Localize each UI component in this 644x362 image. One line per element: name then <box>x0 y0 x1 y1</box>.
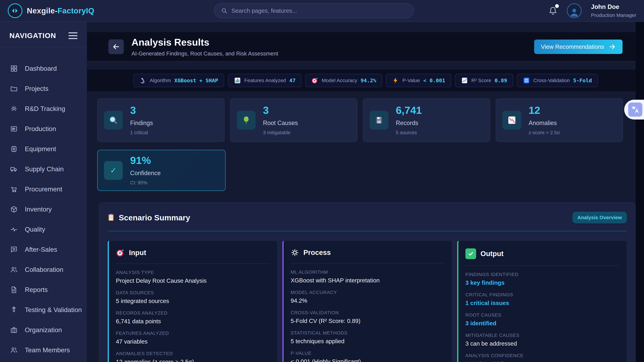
search-icon <box>221 7 228 14</box>
spark-icon <box>10 105 18 113</box>
field-label: ANALYSIS CONFIDENCE <box>466 353 620 358</box>
field-value: 3 key findings <box>466 279 620 286</box>
list-panel-icon <box>10 125 18 133</box>
sidebar-item-dashboard[interactable]: Dashboard <box>0 58 87 79</box>
page-subtitle: AI-Generated Findings, Root Causes, and … <box>132 50 278 57</box>
analysis-overview-badge[interactable]: Analysis Overview <box>572 212 627 223</box>
tree-icon <box>237 111 256 130</box>
field-value: 5 techniques applied <box>291 338 445 345</box>
sidebar-item-organization[interactable]: Organization <box>0 320 87 340</box>
sidebar-item-after-sales[interactable]: After-Sales <box>0 240 87 260</box>
stat-chip-r2: R² Score 0.89 <box>455 74 513 87</box>
field-label: MITIGATABLE CAUSES <box>466 333 620 338</box>
view-recommendations-button[interactable]: View Recommendations <box>534 39 622 54</box>
folder-icon <box>10 85 18 92</box>
chart-up-icon <box>461 77 468 84</box>
clipboard-icon <box>108 214 114 221</box>
brand: Nexgile-FactoryIQ <box>8 3 108 18</box>
field-value: 94.2% <box>291 297 445 304</box>
metric-card-findings: 3 Findings 1 critical <box>97 98 224 142</box>
translate-icon <box>628 103 642 117</box>
notifications-button[interactable] <box>548 6 558 15</box>
sidebar-item-reports[interactable]: Reports <box>0 280 87 300</box>
field-label: FINDINGS IDENTIFIED <box>466 272 620 277</box>
scrollbar-track[interactable] <box>636 22 644 362</box>
field-label: CROSS-VALIDATION <box>291 310 445 316</box>
cpu-icon <box>10 145 18 153</box>
avatar[interactable] <box>567 3 582 18</box>
floppy-disk-icon <box>370 111 388 130</box>
user-role: Production Manager <box>591 12 636 18</box>
field-value: 3 can be addressed <box>466 340 620 347</box>
field-label: P-VALUE <box>291 351 445 356</box>
search-input[interactable]: Search pages, features... <box>214 3 414 18</box>
field-value: 5 integrated sources <box>116 298 270 304</box>
metric-card-confidence: ✓ 91% Confidence CI: 95% <box>97 150 226 191</box>
field-label: ROOT CAUSES <box>466 312 620 318</box>
sidebar-item-quality[interactable]: Quality <box>0 219 87 240</box>
field-label: MODEL ACCURACY <box>291 290 445 295</box>
stat-chip-accuracy: Model Accuracy 94.2% <box>305 74 382 87</box>
field-value: XGBoost with SHAP interpretation <box>291 277 445 284</box>
gear-icon <box>291 248 299 257</box>
field-value: 5-Fold CV (R² Score: 0.89) <box>291 318 445 324</box>
pulse-icon <box>10 226 18 233</box>
hamburger-menu-icon[interactable] <box>68 32 78 39</box>
translate-widget-button[interactable] <box>624 100 644 119</box>
arrow-left-icon <box>112 43 120 51</box>
cart-icon <box>10 185 18 193</box>
sidebar: NAVIGATION Dashboard Projects R&D Tracki… <box>0 22 87 362</box>
field-label: RECORDS ANALYZED <box>116 310 270 316</box>
search-placeholder: Search pages, features... <box>232 7 297 14</box>
metric-cards: 3 Findings 1 critical 3 Root Causes 3 mi… <box>97 98 623 142</box>
field-value: < 0.001 (Highly Significant) <box>291 358 445 362</box>
field-value: 3 identified <box>466 320 620 327</box>
metric-card-anomalies: 12 Anomalies z-score > 2.5σ <box>496 98 623 142</box>
brand-name: Nexgile-FactoryIQ <box>27 6 94 15</box>
sidebar-item-rd-tracking[interactable]: R&D Tracking <box>0 99 87 119</box>
field-label: ANALYSIS TYPE <box>116 270 270 275</box>
bar-chart-icon <box>234 77 241 84</box>
stat-chip-pvalue: P-Value < 0.001 <box>386 74 451 87</box>
field-value: 12 anomalies (z-score > 2.5σ) <box>116 359 270 362</box>
sidebar-item-equipment[interactable]: Equipment <box>0 139 87 159</box>
sidebar-item-supply-chain[interactable]: Supply Chain <box>0 159 87 179</box>
field-label: ANOMALIES DETECTED <box>116 351 270 356</box>
truck-icon <box>10 165 18 173</box>
field-value: 1 critical issues <box>466 300 620 306</box>
model-stats-strip: Algorithm XGBoost + SHAP Features Analyz… <box>87 69 644 91</box>
test-tube-icon <box>10 306 18 314</box>
sidebar-item-procurement[interactable]: Procurement <box>0 179 87 199</box>
back-button[interactable] <box>108 39 124 54</box>
sidebar-item-production[interactable]: Production <box>0 119 87 139</box>
field-value: 91% (CI: 95%) <box>466 361 620 362</box>
grid-icon <box>10 65 18 72</box>
sidebar-item-inventory[interactable]: Inventory <box>0 199 87 219</box>
stat-chip-algorithm: Algorithm XGBoost + SHAP <box>133 74 224 87</box>
briefcase-icon <box>10 326 18 334</box>
check-icon: ✓ <box>104 161 123 180</box>
microscope-icon <box>139 77 146 84</box>
scenario-summary-panel: Scenario Summary Analysis Overview Input… <box>99 202 636 362</box>
magnifier-icon <box>104 111 123 130</box>
file-icon <box>10 286 18 294</box>
sidebar-item-collaboration[interactable]: Collaboration <box>0 260 87 280</box>
field-value: 6,741 data points <box>116 318 270 325</box>
scenario-title: Scenario Summary <box>119 213 190 222</box>
main-content: Analysis Results AI-Generated Findings, … <box>87 22 644 362</box>
field-value: Project Delay Root Cause Analysis <box>116 277 270 284</box>
sidebar-item-testing-validation[interactable]: Testing & Validation <box>0 300 87 320</box>
field-label: STATISTICAL METHODS <box>291 330 445 336</box>
users-icon <box>10 346 18 354</box>
stat-chip-cross-validation: Cross-Validation 5-Fold <box>517 74 598 87</box>
sidebar-title: NAVIGATION <box>10 31 56 40</box>
user-name: John Doe <box>591 3 636 10</box>
field-value: 47 variables <box>116 338 270 345</box>
metric-card-root-causes: 3 Root Causes 3 mitigatable <box>230 98 358 142</box>
sidebar-item-projects[interactable]: Projects <box>0 79 87 99</box>
scenario-column-output: Output FINDINGS IDENTIFIED 3 key finding… <box>457 241 627 362</box>
users-icon <box>10 266 18 274</box>
sidebar-item-team-members[interactable]: Team Members <box>0 340 87 360</box>
notification-dot-badge <box>555 4 559 8</box>
topbar: Nexgile-FactoryIQ Search pages, features… <box>0 0 644 22</box>
